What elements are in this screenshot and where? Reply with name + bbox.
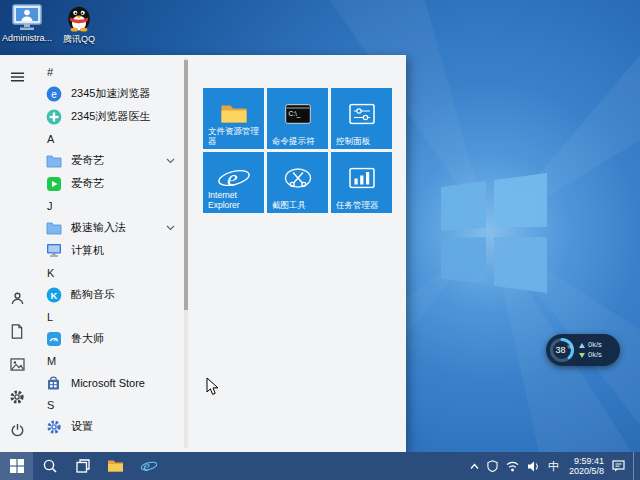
user-icon[interactable] (5, 287, 29, 309)
security-shield-icon (487, 460, 498, 472)
svg-text:e: e (227, 165, 238, 191)
start-button[interactable] (0, 452, 33, 480)
chevron-down-icon (166, 225, 175, 231)
task-view-button[interactable] (66, 452, 99, 480)
app-folder-iqiyi[interactable]: 爱奇艺 (34, 149, 182, 172)
desktop-icon-qq[interactable]: 腾讯QQ (54, 4, 104, 46)
memory-percent: 38 (555, 345, 565, 355)
section-header[interactable]: L (34, 306, 182, 327)
app-item-computer[interactable]: 计算机 (34, 239, 182, 262)
section-header[interactable]: A (34, 128, 182, 149)
upload-speed: 0k/s (588, 341, 602, 349)
section-header[interactable]: # (34, 61, 182, 82)
section-header[interactable]: S (34, 394, 182, 415)
action-center-icon (612, 460, 625, 472)
settings-gear-icon[interactable] (5, 386, 29, 408)
ie-taskbar-button[interactable]: e (132, 452, 165, 480)
security-tray-button[interactable] (487, 460, 498, 472)
tile-control-panel[interactable]: 控制面板 (331, 88, 392, 149)
mouse-cursor (206, 377, 219, 396)
app-folder-icon (45, 219, 62, 236)
app-item-2345-doctor[interactable]: 2345浏览器医生 (34, 105, 182, 128)
tile-internet-explorer[interactable]: e Internet Explorer (203, 152, 264, 213)
show-desktop-button[interactable] (633, 452, 639, 480)
administrator-icon (11, 4, 43, 32)
desktop: Administra... 腾讯QQ (0, 0, 640, 480)
tile-file-explorer[interactable]: 文件资源管理器 (203, 88, 264, 149)
clock-time: 9:59:41 (569, 456, 604, 467)
file-explorer-taskbar-button[interactable] (99, 452, 132, 480)
file-explorer-icon (220, 103, 247, 124)
hamburger-icon[interactable] (5, 66, 29, 88)
start-menu-app-list: # e 2345加速浏览器 2345浏览器医生 A 爱奇艺 (34, 61, 182, 438)
iqiyi-icon (45, 175, 62, 192)
action-center-button[interactable] (612, 460, 625, 472)
network-tray-button[interactable] (506, 461, 519, 472)
app-item-settings[interactable]: 设置 (34, 415, 182, 438)
net-speed-widget[interactable]: 38 % 0k/s 0k/s (546, 334, 620, 366)
app-item-label: 爱奇艺 (71, 153, 104, 168)
tile-label: Internet Explorer (208, 190, 261, 210)
scrollbar-thumb[interactable] (184, 60, 188, 310)
volume-tray-button[interactable] (527, 461, 540, 472)
download-speed: 0k/s (588, 351, 602, 359)
pictures-icon[interactable] (5, 353, 29, 375)
net-speed-rows: 0k/s 0k/s (579, 341, 602, 359)
start-menu-rail (0, 55, 34, 452)
start-menu-tiles: 文件资源管理器 C:\_ 命令提示符 控制面板 e Internet Explo… (203, 88, 392, 213)
documents-icon[interactable] (5, 320, 29, 342)
browser-doctor-icon (45, 108, 62, 125)
internet-explorer-icon: e (217, 164, 251, 192)
snipping-tool-icon (284, 166, 312, 189)
taskbar: e 中 9:59:41 2020/5/8 (0, 452, 640, 480)
file-explorer-icon (107, 459, 124, 473)
app-item-label: 设置 (71, 419, 93, 434)
settings-gear-icon (45, 418, 62, 435)
svg-text:K: K (50, 289, 57, 300)
chevron-down-icon (166, 158, 175, 164)
app-item-2345-browser[interactable]: e 2345加速浏览器 (34, 82, 182, 105)
section-header[interactable]: J (34, 195, 182, 216)
app-list-scrollbar (184, 58, 188, 448)
ime-indicator[interactable]: 中 (548, 452, 559, 480)
qq-icon (64, 4, 94, 32)
svg-text:e: e (143, 459, 149, 474)
command-prompt-icon: C:\_ (285, 104, 311, 124)
chevron-up-icon (470, 463, 479, 470)
power-icon[interactable] (5, 419, 29, 441)
system-tray: 中 9:59:41 2020/5/8 (470, 452, 640, 480)
app-folder-jisu-ime[interactable]: 极速输入法 (34, 216, 182, 239)
percent-sign: % (568, 344, 573, 350)
task-view-icon (76, 459, 90, 473)
taskbar-left: e (0, 452, 165, 480)
tile-label: 文件资源管理器 (208, 126, 261, 146)
rail-bottom-group (5, 285, 29, 443)
app-item-microsoft-store[interactable]: Microsoft Store (34, 371, 182, 394)
app-item-ludashi[interactable]: 鲁大师 (34, 327, 182, 350)
tile-task-manager[interactable]: 任务管理器 (331, 152, 392, 213)
app-item-label: 2345加速浏览器 (71, 86, 150, 101)
app-folder-icon (45, 152, 62, 169)
section-header[interactable]: K (34, 262, 182, 283)
tile-label: 截图工具 (272, 200, 325, 210)
desktop-icon-label: 腾讯QQ (63, 33, 95, 46)
download-arrow-icon (579, 353, 585, 358)
volume-icon (527, 461, 540, 472)
desktop-icon-label: Administra... (2, 33, 52, 43)
taskbar-clock[interactable]: 9:59:41 2020/5/8 (567, 456, 604, 477)
app-item-kugou[interactable]: K 酷狗音乐 (34, 283, 182, 306)
desktop-icon-administrator[interactable]: Administra... (2, 4, 52, 43)
hidden-icons-chevron-button[interactable] (470, 463, 479, 470)
section-header[interactable]: M (34, 350, 182, 371)
task-manager-icon (349, 167, 375, 188)
kugou-icon: K (45, 286, 62, 303)
search-button[interactable] (33, 452, 66, 480)
tile-command-prompt[interactable]: C:\_ 命令提示符 (267, 88, 328, 149)
ludashi-icon (45, 330, 62, 347)
app-item-iqiyi[interactable]: 爱奇艺 (34, 172, 182, 195)
upload-arrow-icon (579, 343, 585, 348)
browser-2345-icon: e (45, 85, 62, 102)
app-item-label: 2345浏览器医生 (71, 109, 150, 124)
tile-snipping-tool[interactable]: 截图工具 (267, 152, 328, 213)
clock-date: 2020/5/8 (569, 466, 604, 477)
